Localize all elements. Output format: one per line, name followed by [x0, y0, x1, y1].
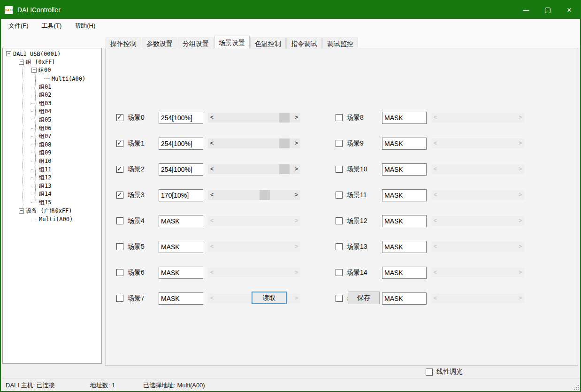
collapse-icon[interactable]: − — [19, 60, 24, 65]
tab-2[interactable]: 分组设置 — [178, 38, 214, 48]
scene-value-input[interactable] — [382, 189, 427, 201]
scene-value-input[interactable] — [159, 267, 203, 279]
scene-checkbox[interactable]: ✓ — [116, 140, 123, 147]
tree-item[interactable]: −组 (0xFF) — [3, 58, 101, 67]
tree-leaf-connector — [31, 103, 37, 104]
scene-value-input[interactable] — [159, 112, 203, 124]
tree-item[interactable]: 组06 — [3, 124, 101, 132]
scene-checkbox[interactable]: ✓ — [116, 114, 123, 121]
scene-value-input[interactable] — [382, 163, 427, 176]
tree-item[interactable]: 组15 — [3, 199, 101, 207]
tree-item[interactable]: 组08 — [3, 141, 101, 149]
scene-value-input[interactable] — [159, 292, 203, 305]
menu-file[interactable]: 文件(F) — [2, 19, 35, 32]
menu-tools[interactable]: 工具(T) — [35, 19, 69, 32]
scrollbar-thumb[interactable] — [260, 190, 270, 200]
collapse-icon[interactable]: − — [6, 51, 11, 56]
scene-label: 场景11 — [347, 191, 382, 200]
scene-checkbox[interactable] — [336, 114, 343, 121]
check-icon: ✓ — [117, 113, 122, 121]
scene-checkbox[interactable] — [336, 140, 343, 147]
tree-item[interactable]: 组10 — [3, 157, 101, 166]
tree-item[interactable]: −组00 — [3, 66, 101, 75]
scene-label: 场景8 — [347, 114, 382, 122]
scene-checkbox[interactable] — [336, 243, 343, 250]
tree-item[interactable]: −DALI USB(0001) — [3, 50, 101, 58]
scene-value-input[interactable] — [159, 189, 203, 201]
tab-4[interactable]: 色温控制 — [250, 38, 286, 48]
scrollbar-thumb[interactable] — [279, 113, 290, 123]
scene-level-scrollbar[interactable]: <> — [208, 164, 300, 174]
scene-value-input[interactable] — [382, 112, 427, 124]
scene-label: 场景12 — [347, 217, 382, 225]
collapse-icon[interactable]: − — [19, 208, 24, 214]
tab-3[interactable]: 场景设置 — [214, 36, 250, 48]
scrollbar-thumb[interactable] — [279, 138, 290, 148]
scrollbar-thumb[interactable] — [279, 164, 290, 174]
tree-item[interactable]: 组07 — [3, 132, 101, 141]
scroll-left-arrow-icon[interactable]: < — [208, 190, 216, 200]
scene-checkbox[interactable]: ✓ — [116, 192, 123, 199]
linear-dimming-checkbox[interactable] — [426, 369, 433, 376]
tree-item[interactable]: 组12 — [3, 174, 101, 182]
scroll-right-arrow-icon[interactable]: > — [292, 138, 300, 148]
scene-checkbox[interactable] — [336, 192, 343, 199]
scene-level-scrollbar: <> — [431, 113, 524, 123]
scene-level-scrollbar[interactable]: <> — [208, 190, 300, 200]
menu-help[interactable]: 帮助(H) — [68, 19, 102, 32]
tree-item[interactable]: Multi(A00) — [3, 215, 101, 223]
tab-1[interactable]: 参数设置 — [142, 38, 177, 48]
scene-level-scrollbar[interactable]: <> — [208, 138, 300, 148]
tree-item[interactable]: 组04 — [3, 108, 101, 116]
scene-checkbox[interactable]: ✓ — [116, 166, 123, 173]
tab-6[interactable]: 调试监控 — [322, 38, 358, 48]
tree-item[interactable]: 组03 — [3, 100, 101, 108]
resize-grip-icon[interactable] — [573, 384, 579, 390]
scroll-right-arrow-icon[interactable]: > — [292, 190, 300, 200]
scene-checkbox[interactable] — [116, 243, 123, 250]
tree-item[interactable]: 组02 — [3, 91, 101, 100]
tree-item[interactable]: 组11 — [3, 165, 101, 174]
scene-checkbox[interactable] — [116, 217, 123, 224]
tree-leaf-connector — [31, 153, 37, 153]
tree-item[interactable]: 组01 — [3, 83, 101, 91]
tree-item[interactable]: 组14 — [3, 190, 101, 199]
scene-value-input[interactable] — [159, 163, 203, 176]
scene-value-input[interactable] — [382, 267, 427, 279]
scene-value-input[interactable] — [382, 241, 427, 253]
scene-checkbox[interactable] — [116, 269, 123, 276]
scroll-left-arrow-icon[interactable]: < — [208, 164, 216, 174]
scroll-right-arrow-icon[interactable]: > — [292, 164, 300, 174]
scroll-left-arrow-icon[interactable]: < — [208, 113, 216, 123]
scene-checkbox[interactable] — [116, 295, 123, 302]
tree-item[interactable]: 组09 — [3, 149, 101, 157]
scene-label: 场景7 — [128, 294, 159, 303]
tree-item[interactable]: Multi(A00) — [3, 75, 101, 83]
scene-value-input[interactable] — [159, 241, 203, 253]
read-button[interactable]: 读取 — [252, 292, 287, 304]
scene-row: ✓场景3<> — [116, 182, 300, 208]
tab-5[interactable]: 指令调试 — [286, 38, 322, 48]
tree-item[interactable]: 组05 — [3, 116, 101, 124]
tree-item[interactable]: −设备 (广播0xFF) — [3, 207, 101, 215]
scroll-left-arrow-icon[interactable]: < — [208, 138, 216, 148]
scene-value-input[interactable] — [159, 215, 203, 227]
save-button[interactable]: 保存 — [348, 292, 380, 304]
scene-level-scrollbar[interactable]: <> — [208, 113, 300, 123]
scene-checkbox[interactable] — [336, 269, 343, 276]
scene-checkbox[interactable] — [336, 166, 343, 173]
close-icon[interactable]: ✕ — [558, 1, 580, 19]
scroll-right-arrow-icon[interactable]: > — [292, 113, 300, 123]
scene-value-input[interactable] — [382, 215, 427, 227]
scene-checkbox[interactable] — [336, 217, 343, 224]
maximize-icon[interactable]: ▢ — [537, 1, 558, 19]
tree-item[interactable]: 组13 — [3, 182, 101, 191]
collapse-icon[interactable]: − — [31, 68, 37, 73]
scene-value-input[interactable] — [382, 138, 427, 150]
scene-value-input[interactable] — [159, 138, 203, 150]
minimize-icon[interactable]: — — [515, 1, 537, 19]
scroll-right-arrow-icon: > — [516, 268, 524, 277]
tab-0[interactable]: 操作控制 — [106, 38, 141, 48]
scene-checkbox[interactable] — [336, 295, 343, 302]
scene-value-input[interactable] — [382, 292, 427, 305]
